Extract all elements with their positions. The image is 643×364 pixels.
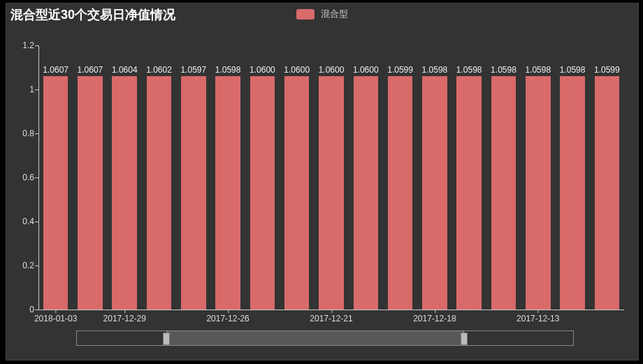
y-tick: 0.6 bbox=[6, 173, 34, 182]
bar-value-label: 1.0599 bbox=[594, 65, 620, 75]
bar bbox=[354, 76, 378, 310]
zoom-handle-right[interactable] bbox=[461, 333, 468, 345]
zoom-handle-left[interactable] bbox=[163, 333, 170, 345]
bar-value-label: 1.0598 bbox=[491, 65, 516, 75]
bar-value-label: 1.0600 bbox=[353, 65, 379, 75]
y-tick: 0.2 bbox=[6, 261, 34, 270]
legend-label: 混合型 bbox=[321, 8, 348, 19]
bar-value-label: 1.0598 bbox=[422, 65, 448, 75]
data-zoom-slider[interactable] bbox=[76, 330, 574, 346]
bar-value-label: 1.0598 bbox=[525, 65, 551, 75]
y-tick: 1 bbox=[6, 85, 34, 94]
bar bbox=[456, 76, 481, 310]
bar-value-label: 1.0598 bbox=[215, 65, 241, 75]
legend-swatch bbox=[296, 9, 315, 20]
bar bbox=[43, 76, 68, 310]
bar-value-label: 1.0600 bbox=[250, 65, 275, 75]
bar bbox=[422, 76, 447, 310]
bars-area bbox=[38, 45, 624, 310]
x-tick: 2018-01-03 bbox=[34, 314, 77, 323]
bar-value-label: 1.0597 bbox=[180, 65, 206, 75]
bar-value-label: 1.0598 bbox=[560, 65, 586, 75]
bar-value-label: 1.0607 bbox=[78, 65, 103, 75]
legend: 混合型 bbox=[6, 8, 638, 20]
bar-value-label: 1.0602 bbox=[146, 65, 172, 75]
y-tick: 0 bbox=[6, 305, 34, 314]
bar bbox=[112, 76, 136, 310]
bar bbox=[284, 76, 309, 310]
y-tick: 0.8 bbox=[6, 129, 34, 138]
bar bbox=[491, 76, 516, 310]
bar bbox=[595, 76, 619, 310]
y-tick: 1.2 bbox=[6, 41, 34, 50]
bar bbox=[560, 76, 584, 310]
x-tick: 2017-12-21 bbox=[310, 314, 352, 323]
x-tick: 2017-12-13 bbox=[516, 314, 559, 323]
bar-value-label: 1.0607 bbox=[43, 65, 68, 75]
x-tick: 2017-12-26 bbox=[206, 314, 249, 323]
bar bbox=[215, 76, 240, 310]
bar bbox=[78, 76, 102, 310]
bar-value-label: 1.0598 bbox=[456, 65, 482, 75]
bar-value-label: 1.0600 bbox=[319, 65, 345, 75]
bar bbox=[181, 76, 205, 310]
x-tick: 2017-12-18 bbox=[413, 314, 456, 323]
bar bbox=[319, 76, 343, 310]
bar bbox=[526, 76, 550, 310]
bar bbox=[250, 76, 275, 310]
chart-panel: 混合型近30个交易日净值情况 混合型 00.20.40.60.811.2 1.0… bbox=[6, 3, 639, 361]
bar-value-label: 1.0604 bbox=[112, 65, 138, 75]
zoom-range[interactable] bbox=[166, 331, 464, 345]
bar bbox=[147, 76, 171, 310]
bar-value-label: 1.0600 bbox=[284, 65, 310, 75]
x-tick: 2017-12-29 bbox=[103, 314, 146, 323]
bar-value-label: 1.0599 bbox=[387, 65, 413, 75]
bar bbox=[388, 76, 412, 310]
y-tick: 0.4 bbox=[6, 217, 34, 226]
